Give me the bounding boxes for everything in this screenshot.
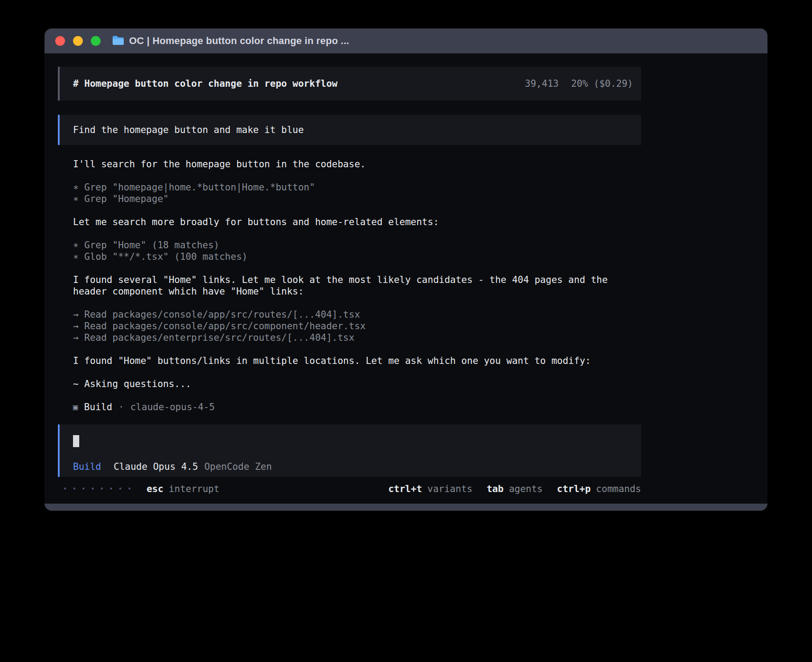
agent-status-line: ▣ Build · claude-opus-4-5 xyxy=(73,401,641,413)
agent-name: Build xyxy=(84,401,112,413)
title-group: OC | Homepage button color change in rep… xyxy=(112,35,349,47)
input-footer: Build Claude Opus 4.5 OpenCode Zen xyxy=(73,461,628,472)
terminal-screen[interactable]: # Homepage button color change in repo w… xyxy=(45,53,767,504)
close-button[interactable] xyxy=(55,36,65,46)
provider-label: OpenCode Zen xyxy=(204,461,272,472)
variants-hint: ctrl+t variants xyxy=(388,483,472,495)
working-status: ~ Asking questions... xyxy=(73,378,641,390)
titlebar[interactable]: OC | Homepage button color change in rep… xyxy=(45,28,767,53)
agents-key-hint: tab xyxy=(487,483,503,495)
assistant-text: header component which have "Home" links… xyxy=(73,286,641,297)
session-header: # Homepage button color change in repo w… xyxy=(58,67,641,101)
tool-call-grep: ∗ Grep "Homepage" xyxy=(73,193,641,205)
tool-call-grep: ∗ Grep "homepage|home.*button|Home.*butt… xyxy=(73,182,641,193)
window-title: OC | Homepage button color change in rep… xyxy=(129,35,349,47)
statusbar: ········ esc interrupt ctrl+t variants t… xyxy=(58,483,641,495)
assistant-text: Let me search more broadly for buttons a… xyxy=(73,216,641,228)
conversation: I'll search for the homepage button in t… xyxy=(73,158,641,413)
assistant-text: I found "Home" buttons/links in multiple… xyxy=(73,355,641,367)
assistant-text: I found several "Home" links. Let me loo… xyxy=(73,274,641,286)
variants-key-hint: ctrl+t xyxy=(388,483,422,495)
statusbar-right: ctrl+t variants tab agents ctrl+p comman… xyxy=(388,483,641,495)
session-title: # Homepage button color change in repo w… xyxy=(73,78,337,89)
user-message-text: Find the homepage button and make it blu… xyxy=(73,125,304,135)
prompt-input[interactable]: Build Claude Opus 4.5 OpenCode Zen xyxy=(58,424,641,477)
session-stats: 39,413 20% ($0.29) xyxy=(525,78,633,89)
mode-label: Build xyxy=(73,461,101,472)
commands-label: commands xyxy=(596,483,641,495)
esc-hint: esc interrupt xyxy=(146,483,219,495)
agents-hint: tab agents xyxy=(487,483,543,495)
text-cursor-icon xyxy=(73,435,79,447)
traffic-lights xyxy=(55,36,101,46)
assistant-text: I'll search for the homepage button in t… xyxy=(73,158,641,170)
tool-call-read: → Read packages/console/app/src/componen… xyxy=(73,320,641,332)
token-count: 39,413 xyxy=(525,78,559,89)
terminal-window: OC | Homepage button color change in rep… xyxy=(45,28,767,511)
separator-dot-icon: · xyxy=(118,401,124,413)
agent-model: claude-opus-4-5 xyxy=(130,401,215,413)
folder-icon xyxy=(112,35,124,47)
statusbar-left: ········ esc interrupt xyxy=(62,483,219,495)
variants-label: variants xyxy=(427,483,472,495)
esc-action-label: interrupt xyxy=(169,483,219,495)
commands-key-hint: ctrl+p xyxy=(557,483,591,495)
tool-call-read: → Read packages/enterprise/src/routes/[.… xyxy=(73,332,641,343)
zoom-button[interactable] xyxy=(91,36,101,46)
esc-key-hint: esc xyxy=(146,483,163,495)
minimize-button[interactable] xyxy=(73,36,83,46)
tool-call-read: → Read packages/console/app/src/routes/[… xyxy=(73,309,641,320)
model-label: Claude Opus 4.5 xyxy=(114,461,198,472)
agent-icon: ▣ xyxy=(73,401,78,413)
tool-call-grep: ∗ Grep "Home" (18 matches) xyxy=(73,239,641,251)
commands-hint: ctrl+p commands xyxy=(557,483,641,495)
user-message: Find the homepage button and make it blu… xyxy=(58,115,641,145)
spinner-dots-icon: ········ xyxy=(62,483,136,495)
context-usage: 20% ($0.29) xyxy=(571,78,633,89)
tool-call-glob: ∗ Glob "**/*.tsx" (100 matches) xyxy=(73,251,641,262)
agents-label: agents xyxy=(509,483,543,495)
